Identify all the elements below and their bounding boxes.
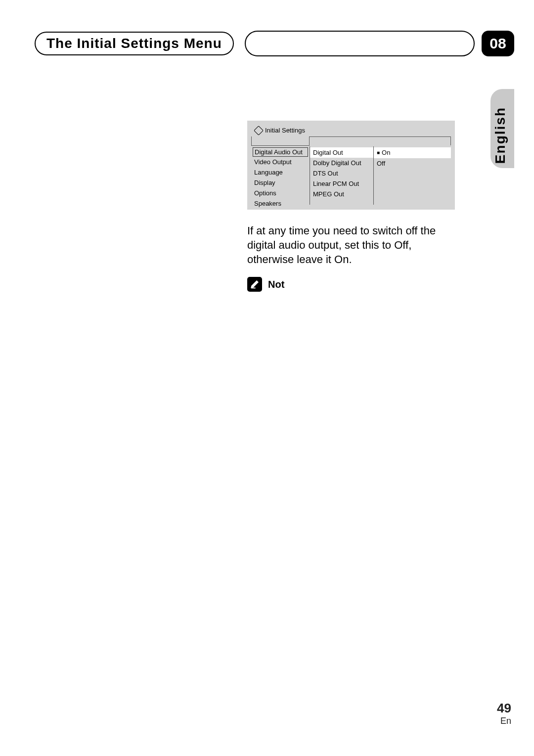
osd-menu-item: Video Output bbox=[251, 157, 310, 167]
osd-submenu-item: Dolby Digital Out bbox=[310, 158, 373, 168]
osd-active-tab bbox=[251, 136, 310, 146]
osd-submenu-item-selected: Digital Out bbox=[310, 147, 373, 158]
osd-value-column: ■On Off bbox=[374, 146, 451, 209]
page-lang-code: En bbox=[497, 716, 511, 726]
osd-tab-bar bbox=[251, 136, 451, 145]
page-number: 49 bbox=[497, 701, 511, 716]
osd-menu-item: Language bbox=[251, 167, 310, 178]
osd-submenu-item: DTS Out bbox=[310, 168, 373, 178]
osd-submenu-item: MPEG Out bbox=[310, 189, 373, 199]
osd-menu-item: Digital Audio Out bbox=[253, 147, 308, 157]
osd-value-selected: ■On bbox=[374, 147, 451, 158]
osd-submenu-column: Digital Out Dolby Digital Out DTS Out Li… bbox=[310, 146, 374, 205]
chapter-number-badge: 08 bbox=[482, 31, 514, 56]
osd-submenu-item: Linear PCM Out bbox=[310, 178, 373, 189]
page-header: The Initial Settings Menu 08 bbox=[35, 31, 514, 56]
bullet-icon: ■ bbox=[377, 150, 380, 155]
osd-screenshot: Initial Settings Digital Audio Out Video… bbox=[247, 121, 455, 210]
note-label: Not bbox=[268, 279, 284, 290]
osd-header: Initial Settings bbox=[255, 127, 305, 134]
header-spacer-pill bbox=[245, 31, 475, 56]
osd-title: Initial Settings bbox=[265, 127, 305, 134]
osd-diamond-icon bbox=[254, 126, 264, 135]
page-footer: 49 En bbox=[497, 701, 511, 726]
osd-menu-item: Options bbox=[251, 188, 310, 198]
note-callout: Not bbox=[247, 277, 284, 292]
osd-columns: Digital Audio Out Video Output Language … bbox=[251, 146, 451, 209]
note-pencil-icon bbox=[247, 277, 262, 292]
osd-value-item: Off bbox=[374, 158, 451, 169]
osd-value-label: On bbox=[382, 149, 390, 156]
osd-menu-column: Digital Audio Out Video Output Language … bbox=[251, 146, 310, 209]
body-paragraph: If at any time you need to switch off th… bbox=[247, 223, 455, 267]
chapter-title: The Initial Settings Menu bbox=[35, 32, 234, 55]
osd-menu-item: Speakers bbox=[251, 198, 310, 209]
osd-menu-item: Display bbox=[251, 178, 310, 188]
language-tab-label: English bbox=[492, 107, 508, 164]
